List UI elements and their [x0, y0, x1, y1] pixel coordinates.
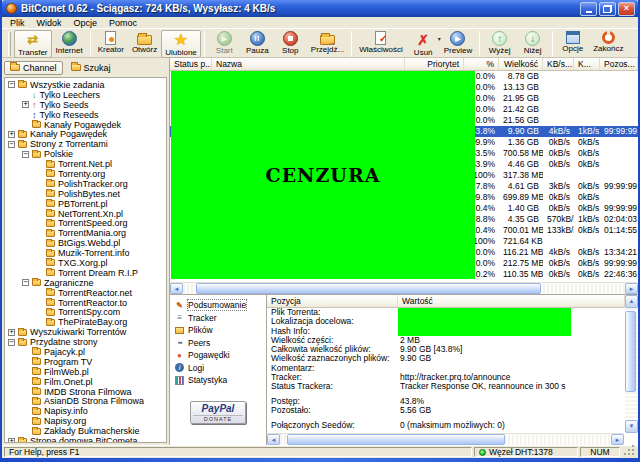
tree-item-kanaly-pogawedek[interactable]: + Kanały Pogawędek: [5, 129, 166, 139]
tree-item-thepiratebay-org[interactable]: ThePirateBay.org: [5, 317, 166, 327]
scroll-up-icon[interactable]: ▲: [625, 295, 638, 308]
expander-icon[interactable]: −: [22, 151, 29, 158]
toolbar-grip[interactable]: [8, 32, 11, 56]
paypal-donate-button[interactable]: PayPalDONATE: [190, 401, 246, 424]
restore-button[interactable]: [599, 2, 616, 16]
wizard-button[interactable]: Kreator: [94, 30, 128, 58]
properties-button[interactable]: Właściwości: [355, 30, 407, 58]
tree-item-zagraniczne[interactable]: − Zagraniczne: [5, 278, 166, 288]
expander-icon[interactable]: −: [22, 279, 29, 286]
tree-item-strona-domowa-bitcometa[interactable]: + Strona domowa BitCometa: [5, 436, 166, 443]
transfer-button[interactable]: ⇄ Transfer: [14, 30, 52, 58]
scroll-left-icon[interactable]: ◄: [267, 434, 280, 445]
menu-item-pomoc[interactable]: Pomoc: [103, 18, 143, 28]
delete-button[interactable]: ✗ Usuń ▾: [407, 30, 440, 58]
tree-item-polishbytes-net[interactable]: PolishBytes.net: [5, 189, 166, 199]
tree-item-filmweb-pl[interactable]: FilmWeb.pl: [5, 367, 166, 377]
expander-icon[interactable]: +: [8, 329, 15, 336]
tree-item-muzik-torrent-info[interactable]: Muzik-Torrent.info: [5, 248, 166, 258]
options-button[interactable]: Opcje: [556, 30, 589, 58]
tree-item-strony-z-torrentami[interactable]: − Strony z Torrentami: [5, 139, 166, 149]
tree-item-zaklady-bukmacherskie[interactable]: Zakłady Bukmacherskie: [5, 426, 166, 436]
details-tab-statystyka[interactable]: Statystyka: [170, 374, 266, 387]
details-tab-podsumowanie[interactable]: ✎ Podsumowanie: [170, 299, 266, 312]
resize-grip[interactable]: [622, 447, 636, 457]
column-header-k[interactable]: K...: [574, 58, 600, 70]
tree-item-program-tv[interactable]: Program TV: [5, 357, 166, 367]
hscroll-thumb[interactable]: [196, 283, 541, 294]
tree-item-napisy-info[interactable]: Napisy.info: [5, 406, 166, 416]
tree-item-torrentmania-org[interactable]: TorrentMania.org: [5, 228, 166, 238]
tree-item-btgigs-webd-pl[interactable]: BtGigs.Webd.pl: [5, 238, 166, 248]
tree-item-imdb-strona-filmowa[interactable]: IMDB Strona Filmowa: [5, 387, 166, 397]
tree-item-tylko-seeds[interactable]: + ↑ Tylko Seeds: [5, 100, 166, 110]
tree-item-torrentreactor-to[interactable]: TorrentReactor.to: [5, 298, 166, 308]
move-up-button[interactable]: ↑ Wyżej: [483, 30, 516, 58]
tree-item-tylko-reseeds[interactable]: ↕ Tylko Reseeds: [5, 110, 166, 120]
details-tab-plikow[interactable]: Plików: [170, 324, 266, 337]
tree-item-przydatne-strony[interactable]: − Przydatne strony: [5, 337, 166, 347]
tree-item-nettorrent-xn-pl[interactable]: NetTorrent.Xn.pl: [5, 209, 166, 219]
stop-button[interactable]: Stop: [274, 30, 307, 58]
column-header-nazwa[interactable]: Nazwa: [212, 58, 405, 70]
details-tab-logi[interactable]: i Logi: [170, 362, 266, 375]
tree-item-torrent-net-pl[interactable]: Torrent.Net.pl: [5, 159, 166, 169]
sidebar-tab-szukaj[interactable]: Szukaj: [65, 61, 117, 75]
details-tab-peers[interactable]: ●● Peers: [170, 337, 266, 350]
go-to-button[interactable]: Przejdź...: [307, 30, 348, 58]
scroll-down-icon[interactable]: ▼: [625, 420, 638, 433]
tree-item-torrentspeed-org[interactable]: TorrentSpeed.org: [5, 218, 166, 228]
details-tab-tracker[interactable]: ≡ Tracker: [170, 312, 266, 325]
tree-item-pajacyk-pl[interactable]: Pajacyk.pl: [5, 347, 166, 357]
tree-item-polishtracker-org[interactable]: PolishTracker.org: [5, 179, 166, 189]
scroll-right-icon[interactable]: ►: [611, 434, 624, 445]
expander-icon[interactable]: +: [8, 131, 15, 138]
tree-item-napisy-org[interactable]: Napisy.org: [5, 416, 166, 426]
tree-item-pbtorrent-pl[interactable]: PBTorrent.pl: [5, 199, 166, 209]
close-button[interactable]: ×: [618, 2, 635, 16]
tree-item-tylko-leechers[interactable]: ↓ Tylko Leechers: [5, 90, 166, 100]
column-header-[interactable]: %: [464, 58, 499, 70]
internet-button[interactable]: Internet: [52, 30, 87, 58]
menu-item-opcje[interactable]: Opcje: [68, 18, 104, 28]
hscroll-thumb[interactable]: [287, 434, 505, 445]
tree-item-wyszukiwarki-torrentow[interactable]: + Wyszukiwarki Torrentów: [5, 327, 166, 337]
tree-item-polskie[interactable]: − Polskie: [5, 149, 166, 159]
exit-button[interactable]: Zakończ: [589, 30, 627, 58]
favorites-button[interactable]: ★ Ulubione: [161, 30, 201, 58]
scroll-right-icon[interactable]: ►: [625, 283, 638, 294]
bitcomet-app-icon[interactable]: [6, 3, 17, 14]
menu-item-widok[interactable]: Widok: [31, 18, 68, 28]
minimize-button[interactable]: [580, 2, 597, 16]
scroll-left-icon[interactable]: ◄: [170, 283, 183, 294]
expander-icon[interactable]: +: [8, 438, 15, 444]
preview-button[interactable]: ▶ Preview: [440, 30, 476, 58]
tree-item-kanaly-pogawedek[interactable]: Kanały Pogawędek: [5, 120, 166, 130]
open-button[interactable]: Otwórz: [128, 30, 161, 58]
tree-item-film-onet-pl[interactable]: Film.Onet.pl: [5, 377, 166, 387]
tree-item-torrent-dream-r-i-p[interactable]: Torrent Dream R.I.P: [5, 268, 166, 278]
details-tab-pogawedki[interactable]: ● Pogawędki: [170, 349, 266, 362]
tree-item-asiandb-strona-filmowa[interactable]: AsianDB Strona Filmowa: [5, 397, 166, 407]
column-header[interactable]: Wartość: [398, 295, 625, 307]
tree-item-txg-xorg-pl[interactable]: TXG.Xorg.pl: [5, 258, 166, 268]
vscroll-thumb[interactable]: [625, 311, 636, 392]
column-header-wielkosc[interactable]: Wielkość: [499, 58, 543, 70]
pause-button[interactable]: II Pauza: [241, 30, 274, 58]
expander-icon[interactable]: −: [8, 81, 15, 88]
expander-icon[interactable]: +: [22, 101, 29, 108]
expander-icon[interactable]: −: [8, 339, 15, 346]
column-header-pozos[interactable]: Pozos...: [600, 58, 638, 70]
column-header-priorytet[interactable]: Priorytet: [405, 58, 464, 70]
tree-item-torrenty-org[interactable]: Torrenty.org: [5, 169, 166, 179]
expander-icon[interactable]: −: [8, 141, 15, 148]
column-header[interactable]: Pozycja: [267, 295, 398, 307]
tree-item-torrentreactor-net[interactable]: TorrentReactor.net: [5, 288, 166, 298]
move-down-button[interactable]: ↓ Niżej: [516, 30, 549, 58]
sidebar-tab-channel[interactable]: Channel: [4, 61, 63, 75]
column-header-kb-s[interactable]: KB/s...: [543, 58, 574, 70]
tree-item-wszystkie-zadania[interactable]: − Wszystkie zadania: [5, 80, 166, 90]
column-header-status-p[interactable]: Status p...: [170, 58, 212, 70]
tree-item-torrentspy-com[interactable]: TorrentSpy.com: [5, 307, 166, 317]
menu-item-plik[interactable]: Plik: [4, 18, 31, 28]
